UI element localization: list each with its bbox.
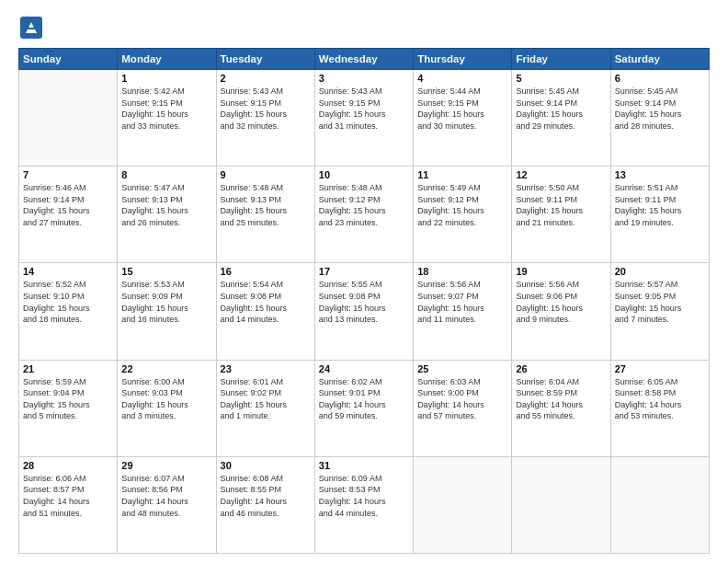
calendar-cell: 22Sunrise: 6:00 AM Sunset: 9:03 PM Dayli… xyxy=(118,360,216,456)
day-info: Sunrise: 5:52 AM Sunset: 9:10 PM Dayligh… xyxy=(23,279,113,325)
calendar-cell xyxy=(610,456,709,553)
day-info: Sunrise: 5:48 AM Sunset: 9:12 PM Dayligh… xyxy=(319,182,409,228)
weekday-header-row: SundayMondayTuesdayWednesdayThursdayFrid… xyxy=(19,49,710,70)
day-number: 25 xyxy=(417,363,507,374)
day-info: Sunrise: 5:53 AM Sunset: 9:09 PM Dayligh… xyxy=(121,279,211,325)
calendar-cell: 3Sunrise: 5:43 AM Sunset: 9:15 PM Daylig… xyxy=(314,70,413,167)
day-number: 19 xyxy=(516,266,606,277)
day-info: Sunrise: 5:45 AM Sunset: 9:14 PM Dayligh… xyxy=(516,86,606,132)
day-info: Sunrise: 5:54 AM Sunset: 9:08 PM Dayligh… xyxy=(221,279,311,325)
day-info: Sunrise: 6:03 AM Sunset: 9:00 PM Dayligh… xyxy=(417,376,507,422)
calendar-cell: 21Sunrise: 5:59 AM Sunset: 9:04 PM Dayli… xyxy=(19,360,118,456)
calendar-cell: 4Sunrise: 5:44 AM Sunset: 9:15 PM Daylig… xyxy=(414,70,512,167)
calendar-cell: 30Sunrise: 6:08 AM Sunset: 8:55 PM Dayli… xyxy=(216,456,314,553)
logo xyxy=(18,15,48,40)
calendar-cell: 14Sunrise: 5:52 AM Sunset: 9:10 PM Dayli… xyxy=(19,263,118,360)
weekday-header-monday: Monday xyxy=(118,49,216,70)
calendar-cell: 8Sunrise: 5:47 AM Sunset: 9:13 PM Daylig… xyxy=(118,167,216,263)
calendar-cell: 23Sunrise: 6:01 AM Sunset: 9:02 PM Dayli… xyxy=(216,360,314,456)
day-number: 21 xyxy=(23,363,113,374)
calendar-cell: 24Sunrise: 6:02 AM Sunset: 9:01 PM Dayli… xyxy=(314,360,413,456)
day-info: Sunrise: 6:02 AM Sunset: 9:01 PM Dayligh… xyxy=(319,376,409,422)
day-number: 2 xyxy=(221,73,311,84)
day-number: 10 xyxy=(319,169,409,180)
day-number: 22 xyxy=(121,363,211,374)
day-info: Sunrise: 6:08 AM Sunset: 8:55 PM Dayligh… xyxy=(221,473,311,519)
calendar-cell: 10Sunrise: 5:48 AM Sunset: 9:12 PM Dayli… xyxy=(314,167,413,263)
week-row-4: 21Sunrise: 5:59 AM Sunset: 9:04 PM Dayli… xyxy=(19,360,710,456)
day-number: 1 xyxy=(121,73,211,84)
day-info: Sunrise: 6:06 AM Sunset: 8:57 PM Dayligh… xyxy=(23,473,113,519)
calendar-cell: 2Sunrise: 5:43 AM Sunset: 9:15 PM Daylig… xyxy=(216,70,314,167)
day-number: 30 xyxy=(221,460,311,471)
weekday-header-thursday: Thursday xyxy=(414,49,512,70)
day-info: Sunrise: 5:44 AM Sunset: 9:15 PM Dayligh… xyxy=(417,86,507,132)
day-info: Sunrise: 5:49 AM Sunset: 9:12 PM Dayligh… xyxy=(417,182,507,228)
calendar-cell: 17Sunrise: 5:55 AM Sunset: 9:08 PM Dayli… xyxy=(314,263,413,360)
calendar-cell: 29Sunrise: 6:07 AM Sunset: 8:56 PM Dayli… xyxy=(118,456,216,553)
day-number: 9 xyxy=(221,169,311,180)
week-row-5: 28Sunrise: 6:06 AM Sunset: 8:57 PM Dayli… xyxy=(19,456,710,553)
calendar-cell: 27Sunrise: 6:05 AM Sunset: 8:58 PM Dayli… xyxy=(610,360,709,456)
day-number: 31 xyxy=(319,460,409,471)
day-number: 8 xyxy=(121,169,211,180)
calendar-cell xyxy=(19,70,118,167)
calendar-cell: 7Sunrise: 5:46 AM Sunset: 9:14 PM Daylig… xyxy=(19,167,118,263)
weekday-header-sunday: Sunday xyxy=(19,49,118,70)
calendar-cell: 31Sunrise: 6:09 AM Sunset: 8:53 PM Dayli… xyxy=(314,456,413,553)
header xyxy=(18,15,710,40)
day-info: Sunrise: 5:50 AM Sunset: 9:11 PM Dayligh… xyxy=(516,182,606,228)
day-number: 17 xyxy=(319,266,409,277)
day-info: Sunrise: 5:43 AM Sunset: 9:15 PM Dayligh… xyxy=(221,86,311,132)
calendar-cell: 12Sunrise: 5:50 AM Sunset: 9:11 PM Dayli… xyxy=(512,167,610,263)
weekday-header-saturday: Saturday xyxy=(610,49,709,70)
calendar-cell xyxy=(414,456,512,553)
calendar-cell: 18Sunrise: 5:56 AM Sunset: 9:07 PM Dayli… xyxy=(414,263,512,360)
day-number: 20 xyxy=(615,266,705,277)
day-info: Sunrise: 5:56 AM Sunset: 9:06 PM Dayligh… xyxy=(516,279,606,325)
weekday-header-tuesday: Tuesday xyxy=(216,49,314,70)
day-number: 13 xyxy=(615,169,705,180)
day-info: Sunrise: 5:51 AM Sunset: 9:11 PM Dayligh… xyxy=(615,182,705,228)
week-row-1: 1Sunrise: 5:42 AM Sunset: 9:15 PM Daylig… xyxy=(19,70,710,167)
day-info: Sunrise: 5:55 AM Sunset: 9:08 PM Dayligh… xyxy=(319,279,409,325)
day-number: 27 xyxy=(615,363,705,374)
day-info: Sunrise: 6:01 AM Sunset: 9:02 PM Dayligh… xyxy=(221,376,311,422)
weekday-header-friday: Friday xyxy=(512,49,610,70)
day-number: 4 xyxy=(417,73,507,84)
calendar-cell: 6Sunrise: 5:45 AM Sunset: 9:14 PM Daylig… xyxy=(610,70,709,167)
calendar-cell: 25Sunrise: 6:03 AM Sunset: 9:00 PM Dayli… xyxy=(414,360,512,456)
calendar-cell: 1Sunrise: 5:42 AM Sunset: 9:15 PM Daylig… xyxy=(118,70,216,167)
calendar-cell: 26Sunrise: 6:04 AM Sunset: 8:59 PM Dayli… xyxy=(512,360,610,456)
calendar-cell: 19Sunrise: 5:56 AM Sunset: 9:06 PM Dayli… xyxy=(512,263,610,360)
calendar-cell: 5Sunrise: 5:45 AM Sunset: 9:14 PM Daylig… xyxy=(512,70,610,167)
day-info: Sunrise: 5:43 AM Sunset: 9:15 PM Dayligh… xyxy=(319,86,409,132)
day-info: Sunrise: 5:57 AM Sunset: 9:05 PM Dayligh… xyxy=(615,279,705,325)
day-number: 18 xyxy=(417,266,507,277)
svg-rect-2 xyxy=(28,28,35,29)
day-number: 29 xyxy=(121,460,211,471)
calendar-cell: 20Sunrise: 5:57 AM Sunset: 9:05 PM Dayli… xyxy=(610,263,709,360)
calendar-table: SundayMondayTuesdayWednesdayThursdayFrid… xyxy=(18,48,710,554)
day-number: 23 xyxy=(221,363,311,374)
day-number: 7 xyxy=(23,169,113,180)
day-number: 15 xyxy=(121,266,211,277)
day-info: Sunrise: 5:56 AM Sunset: 9:07 PM Dayligh… xyxy=(417,279,507,325)
day-info: Sunrise: 6:05 AM Sunset: 8:58 PM Dayligh… xyxy=(615,376,705,422)
day-info: Sunrise: 5:48 AM Sunset: 9:13 PM Dayligh… xyxy=(221,182,311,228)
day-info: Sunrise: 6:07 AM Sunset: 8:56 PM Dayligh… xyxy=(121,473,211,519)
calendar-cell: 13Sunrise: 5:51 AM Sunset: 9:11 PM Dayli… xyxy=(610,167,709,263)
day-number: 14 xyxy=(23,266,113,277)
calendar-cell: 9Sunrise: 5:48 AM Sunset: 9:13 PM Daylig… xyxy=(216,167,314,263)
week-row-2: 7Sunrise: 5:46 AM Sunset: 9:14 PM Daylig… xyxy=(19,167,710,263)
day-info: Sunrise: 5:42 AM Sunset: 9:15 PM Dayligh… xyxy=(121,86,211,132)
weekday-header-wednesday: Wednesday xyxy=(314,49,413,70)
day-info: Sunrise: 5:45 AM Sunset: 9:14 PM Dayligh… xyxy=(615,86,705,132)
day-info: Sunrise: 6:09 AM Sunset: 8:53 PM Dayligh… xyxy=(319,473,409,519)
page: SundayMondayTuesdayWednesdayThursdayFrid… xyxy=(0,0,728,563)
day-number: 12 xyxy=(516,169,606,180)
calendar-cell xyxy=(512,456,610,553)
calendar-cell: 11Sunrise: 5:49 AM Sunset: 9:12 PM Dayli… xyxy=(414,167,512,263)
calendar-cell: 16Sunrise: 5:54 AM Sunset: 9:08 PM Dayli… xyxy=(216,263,314,360)
day-number: 3 xyxy=(319,73,409,84)
